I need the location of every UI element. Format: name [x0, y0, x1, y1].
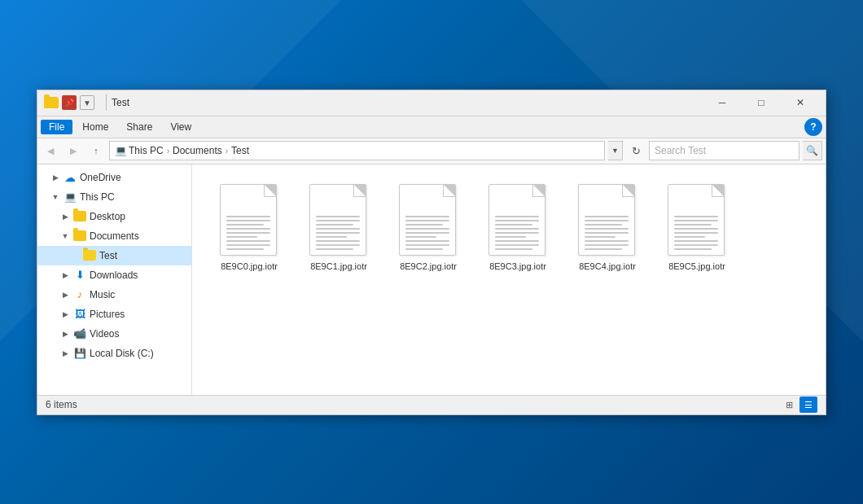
- file-item-4[interactable]: 8E9C4.jpg.iotr: [567, 181, 648, 275]
- expand-arrow-downloads[interactable]: ▶: [60, 270, 70, 280]
- title-bar: 📌 ▼ Test ─ □ ✕: [37, 90, 826, 116]
- forward-button[interactable]: ▶: [64, 141, 83, 160]
- close-button[interactable]: ✕: [782, 90, 819, 116]
- back-button[interactable]: ◀: [41, 141, 60, 160]
- downloads-label: Downloads: [90, 270, 138, 281]
- window-controls: ─ □ ✕: [703, 90, 819, 116]
- expand-arrow-desktop[interactable]: ▶: [60, 212, 70, 221]
- pictures-icon: 🖼: [73, 308, 86, 321]
- ribbon: File Home Share View ?: [37, 116, 826, 138]
- sidebar-item-documents[interactable]: ▼ Documents: [37, 226, 191, 246]
- file-name-1: 8E9C1.jpg.iotr: [310, 261, 367, 272]
- menu-share[interactable]: Share: [118, 120, 160, 134]
- path-documents-label: Documents: [173, 145, 222, 156]
- path-test-label: Test: [231, 145, 249, 156]
- expand-arrow-music[interactable]: ▶: [60, 290, 70, 300]
- help-button[interactable]: ?: [804, 118, 822, 136]
- title-bar-icons: 📌 ▼: [44, 95, 94, 110]
- file-explorer-window: 📌 ▼ Test ─ □ ✕ File Home Share View ? ◀ …: [37, 90, 826, 415]
- file-item-1[interactable]: 8E9C1.jpg.iotr: [298, 181, 379, 275]
- test-folder-icon: [83, 249, 96, 262]
- file-icon-4: [578, 184, 637, 257]
- sidebar-item-test[interactable]: Test: [37, 246, 191, 265]
- path-this-pc[interactable]: 💻 This PC: [115, 145, 164, 156]
- search-placeholder: Search Test: [655, 145, 706, 156]
- onedrive-label: OneDrive: [80, 172, 121, 183]
- up-button[interactable]: ↑: [86, 141, 106, 160]
- address-path[interactable]: 💻 This PC › Documents › Test: [109, 141, 605, 160]
- sidebar-item-local-disk[interactable]: ▶ 💾 Local Disk (C:): [37, 344, 191, 363]
- file-name-2: 8E9C2.jpg.iotr: [400, 261, 457, 272]
- this-pc-icon: 💻: [64, 191, 77, 204]
- sidebar-item-onedrive[interactable]: ▶ ☁ OneDrive: [37, 168, 191, 187]
- file-icon-1: [309, 184, 368, 257]
- path-chevron-1: ›: [167, 147, 169, 156]
- onedrive-icon: ☁: [64, 171, 77, 184]
- list-view-button[interactable]: ☰: [799, 397, 817, 413]
- local-disk-icon: 💾: [73, 347, 86, 360]
- refresh-button[interactable]: ↻: [626, 141, 646, 160]
- path-documents[interactable]: Documents: [173, 145, 222, 156]
- expand-arrow-local-disk[interactable]: ▶: [60, 348, 70, 358]
- file-item-5[interactable]: 8E9C5.jpg.iotr: [656, 181, 738, 275]
- path-chevron-2: ›: [226, 147, 228, 156]
- file-icon-2: [399, 184, 458, 257]
- search-button[interactable]: 🔍: [803, 141, 822, 160]
- desktop-folder-icon: [73, 210, 86, 223]
- path-test[interactable]: Test: [231, 145, 249, 156]
- expand-arrow-documents[interactable]: ▼: [60, 231, 70, 241]
- videos-icon: 📹: [73, 327, 86, 340]
- desktop-label: Desktop: [90, 211, 125, 222]
- view-controls: ⊞ ☰: [780, 397, 817, 413]
- address-dropdown[interactable]: ▼: [608, 141, 623, 160]
- search-box[interactable]: Search Test: [649, 141, 799, 160]
- documents-label: Documents: [90, 230, 139, 242]
- main-area: ▶ ☁ OneDrive ▼ 💻 This PC ▶ Desktop: [37, 164, 826, 395]
- sidebar-item-pictures[interactable]: ▶ 🖼 Pictures: [37, 305, 191, 324]
- expand-arrow-onedrive[interactable]: ▶: [50, 173, 60, 182]
- sidebar-item-videos[interactable]: ▶ 📹 Videos: [37, 324, 191, 344]
- menu-view[interactable]: View: [162, 120, 199, 134]
- sidebar-item-downloads[interactable]: ▶ ⬇ Downloads: [37, 265, 191, 285]
- window-title: Test: [112, 97, 703, 108]
- pin-icon: 📌: [62, 95, 77, 110]
- menu-file[interactable]: File: [41, 120, 72, 134]
- pictures-label: Pictures: [90, 309, 125, 320]
- local-disk-label: Local Disk (C:): [90, 348, 154, 359]
- file-icon-3: [488, 184, 547, 257]
- sidebar: ▶ ☁ OneDrive ▼ 💻 This PC ▶ Desktop: [37, 164, 192, 395]
- music-icon: ♪: [73, 288, 86, 301]
- files-grid: 8E9C0.jpg.iotr: [200, 173, 817, 283]
- file-name-4: 8E9C4.jpg.iotr: [579, 261, 636, 272]
- expand-arrow-videos[interactable]: ▶: [60, 329, 70, 339]
- file-icon-0: [220, 184, 278, 257]
- sidebar-item-this-pc[interactable]: ▼ 💻 This PC: [37, 187, 191, 207]
- expand-arrow-pictures[interactable]: ▶: [60, 309, 70, 319]
- sidebar-item-music[interactable]: ▶ ♪ Music: [37, 285, 191, 305]
- file-item-0[interactable]: 8E9C0.jpg.iotr: [208, 181, 290, 275]
- quick-access-arrow[interactable]: ▼: [80, 95, 94, 110]
- test-label: Test: [99, 250, 117, 261]
- downloads-icon: ⬇: [73, 269, 86, 282]
- sidebar-item-desktop[interactable]: ▶ Desktop: [37, 207, 191, 226]
- documents-folder-icon: [73, 230, 86, 243]
- file-item-2[interactable]: 8E9C2.jpg.iotr: [388, 181, 469, 275]
- menu-home[interactable]: Home: [74, 120, 116, 134]
- item-count: 6 items: [46, 399, 77, 410]
- maximize-button[interactable]: □: [743, 90, 780, 116]
- title-separator: [106, 94, 107, 111]
- folder-icon: [44, 97, 59, 108]
- videos-label: Videos: [90, 328, 119, 340]
- file-icon-5: [668, 184, 726, 257]
- expand-arrow-test[interactable]: [70, 251, 80, 261]
- file-name-0: 8E9C0.jpg.iotr: [221, 261, 278, 272]
- expand-arrow-this-pc[interactable]: ▼: [50, 192, 60, 202]
- status-bar: 6 items ⊞ ☰: [37, 395, 826, 414]
- this-pc-label: This PC: [80, 191, 115, 203]
- file-item-3[interactable]: 8E9C3.jpg.iotr: [477, 181, 559, 275]
- path-this-pc-label: This PC: [129, 145, 164, 156]
- computer-small-icon: 💻: [115, 145, 127, 156]
- grid-view-button[interactable]: ⊞: [780, 397, 798, 413]
- minimize-button[interactable]: ─: [703, 90, 741, 116]
- music-label: Music: [90, 289, 115, 300]
